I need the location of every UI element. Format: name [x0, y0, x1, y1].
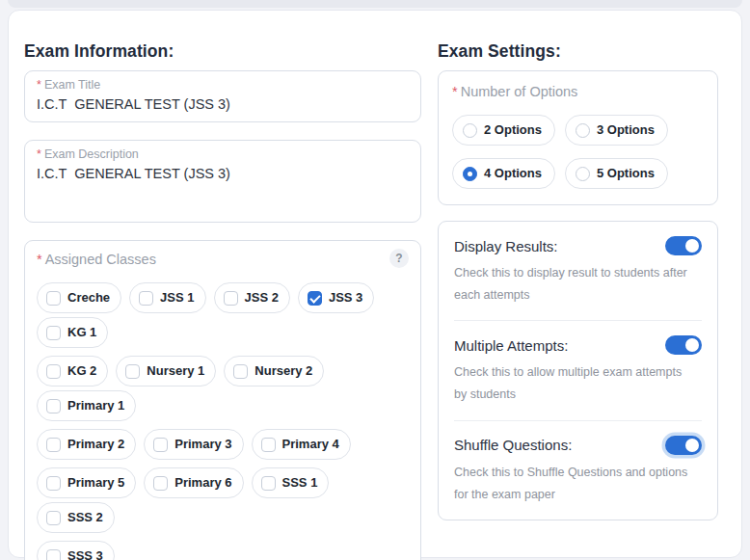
class-pill-primary-2[interactable]: Primary 2: [37, 429, 136, 460]
shuffle-questions-toggle[interactable]: [665, 436, 702, 455]
class-pill-jss-3[interactable]: JSS 3: [298, 282, 374, 313]
class-pill-sss-1[interactable]: SSS 1: [252, 467, 330, 498]
class-pill-kg-2[interactable]: KG 2: [37, 356, 108, 387]
exam-description-label: *Exam Description: [37, 147, 409, 163]
exam-title-value[interactable]: I.C.T GENERAL TEST (JSS 3): [37, 95, 409, 114]
number-of-options-field: *Number of Options 2 Options 3 Options 4…: [438, 70, 718, 205]
class-pill-nursery-2[interactable]: Nursery 2: [224, 356, 324, 387]
display-results-description: Check this to display result to students…: [454, 262, 695, 307]
exam-title-label: *Exam Title: [37, 77, 409, 93]
setting-display-results: Display Results: Check this to display r…: [454, 222, 702, 321]
exam-description-value[interactable]: I.C.T GENERAL TEST (JSS 3): [37, 165, 409, 183]
checkbox-icon: [46, 549, 61, 560]
help-icon[interactable]: ?: [389, 249, 409, 268]
class-pill-primary-6[interactable]: Primary 6: [144, 467, 243, 498]
class-pill-list: Creche JSS 1 JSS 2 JSS 3 KG 1 KG 2 Nurse…: [37, 282, 409, 560]
exam-title-field[interactable]: *Exam Title I.C.T GENERAL TEST (JSS 3): [24, 70, 421, 122]
checkbox-icon: [46, 476, 61, 491]
assigned-classes-label: *Assigned Classes: [37, 251, 156, 269]
exam-settings-heading: Exam Settings:: [438, 41, 718, 62]
checkbox-icon: [46, 399, 61, 413]
required-asterisk: *: [37, 252, 42, 267]
shuffle-questions-description: Check this to Shuffle Questions and opti…: [454, 462, 695, 506]
multiple-attempts-toggle[interactable]: [665, 335, 702, 355]
checkbox-icon: [139, 291, 153, 306]
checkbox-icon: [46, 364, 61, 379]
checkbox-icon: [233, 364, 248, 379]
class-pill-jss-2[interactable]: JSS 2: [214, 282, 290, 313]
display-results-toggle[interactable]: [665, 236, 702, 255]
setting-multiple-attempts: Multiple Attempts: Check this to allow m…: [454, 321, 702, 420]
checkbox-icon: [46, 511, 61, 525]
class-pill-jss-1[interactable]: JSS 1: [129, 282, 205, 313]
options-radio-group: 2 Options 3 Options 4 Options 5 Options: [452, 115, 704, 189]
class-pill-kg-1[interactable]: KG 1: [37, 317, 108, 348]
setting-shuffle-questions: Shuffle Questions: Check this to Shuffle…: [454, 421, 702, 520]
class-pill-sss-2[interactable]: SSS 2: [37, 502, 115, 533]
class-pill-primary-5[interactable]: Primary 5: [37, 467, 136, 498]
multiple-attempts-description: Check this to allow multiple exam attemp…: [454, 361, 695, 406]
checkbox-icon: [46, 291, 61, 306]
shuffle-questions-label: Shuffle Questions:: [454, 437, 572, 453]
radio-selected-icon: [463, 167, 477, 181]
class-pill-primary-1[interactable]: Primary 1: [37, 390, 136, 421]
required-asterisk: *: [452, 84, 458, 99]
exam-information-heading: Exam Information:: [24, 41, 421, 62]
toggle-settings-panel: Display Results: Check this to display r…: [438, 221, 718, 520]
checkbox-icon: [46, 326, 61, 340]
number-of-options-label: *Number of Options: [452, 83, 704, 101]
class-pill-sss-3[interactable]: SSS 3: [37, 541, 115, 560]
multiple-attempts-label: Multiple Attempts:: [454, 337, 568, 354]
radio-5-options[interactable]: 5 Options: [565, 158, 668, 189]
exam-settings-column: Exam Settings: *Number of Options 2 Opti…: [438, 41, 718, 557]
class-pill-creche[interactable]: Creche: [37, 282, 121, 313]
checkbox-icon: [261, 438, 276, 452]
checkbox-icon: [125, 364, 140, 379]
class-pill-primary-3[interactable]: Primary 3: [144, 429, 243, 460]
required-asterisk: *: [37, 78, 41, 92]
checkbox-icon: [46, 438, 61, 452]
radio-icon: [576, 167, 590, 181]
required-asterisk: *: [37, 147, 41, 161]
checkbox-icon: [261, 476, 276, 491]
radio-icon: [576, 123, 590, 138]
checkbox-checked-icon: [308, 291, 322, 306]
display-results-label: Display Results:: [454, 238, 558, 254]
radio-icon: [463, 123, 477, 138]
class-pill-nursery-1[interactable]: Nursery 1: [116, 356, 216, 387]
radio-4-options[interactable]: 4 Options: [452, 158, 555, 189]
checkbox-icon: [153, 476, 168, 491]
exam-information-column: Exam Information: *Exam Title I.C.T GENE…: [24, 41, 421, 557]
radio-3-options[interactable]: 3 Options: [565, 115, 668, 146]
radio-2-options[interactable]: 2 Options: [452, 115, 555, 146]
previous-card-bottom-edge: [8, 0, 742, 8]
checkbox-icon: [224, 291, 238, 306]
class-pill-primary-4[interactable]: Primary 4: [252, 429, 351, 460]
assigned-classes-field: *Assigned Classes ? Creche JSS 1 JSS 2 J…: [24, 240, 421, 560]
exam-form-card: Exam Information: *Exam Title I.C.T GENE…: [8, 10, 742, 558]
checkbox-icon: [153, 438, 168, 452]
exam-description-field[interactable]: *Exam Description I.C.T GENERAL TEST (JS…: [24, 140, 421, 223]
